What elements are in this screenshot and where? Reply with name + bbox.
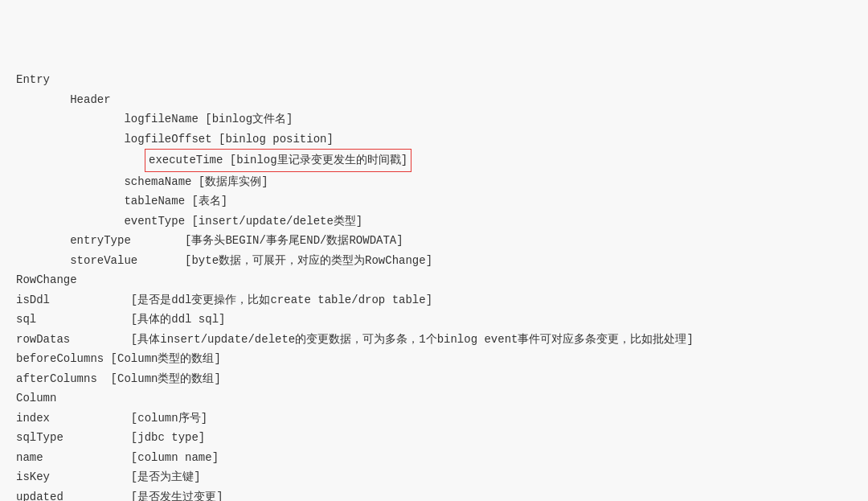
code-line-index: index [column序号] xyxy=(16,409,852,429)
code-line-rowchange: RowChange xyxy=(16,270,852,290)
code-line-sql: sql [具体的ddl sql] xyxy=(16,310,852,330)
code-line-column: Column xyxy=(16,388,852,409)
code-line-iskey: isKey [是否为主键] xyxy=(16,467,852,487)
code-line-header: Header xyxy=(16,90,852,110)
code-line-name: name [column name] xyxy=(16,448,852,468)
code-line-executetime: executeTime [binlog里记录变更发生的时间戳] xyxy=(16,149,852,172)
code-line-rowdatas: rowDatas [具体insert/update/delete的变更数据，可为… xyxy=(16,330,852,350)
code-line-storevalue: storeValue [byte数据，可展开，对应的类型为RowChange] xyxy=(16,251,852,271)
code-line-isddl: isDdl [是否是ddl变更操作，比如create table/drop ta… xyxy=(16,290,852,310)
code-line-eventtype: eventType [insert/update/delete类型] xyxy=(16,211,852,232)
code-line-entrytype: entryType [事务头BEGIN/事务尾END/数据ROWDATA] xyxy=(16,231,852,251)
code-line-tablename: tableName [表名] xyxy=(16,191,852,211)
code-line-logfileoffset: logfileOffset [binlog position] xyxy=(16,129,852,150)
code-line-entry: Entry xyxy=(16,70,852,90)
code-line-aftercolumns: afterColumns [Column类型的数组] xyxy=(16,369,852,389)
code-container: Entry Header logfileName [binlog文件名] log… xyxy=(0,0,868,501)
code-line-schemaname: schemaName [数据库实例] xyxy=(16,172,852,192)
code-line-sqltype: sqlType [jdbc type] xyxy=(16,428,852,448)
highlighted-execute-time: executeTime [binlog里记录变更发生的时间戳] xyxy=(145,149,411,172)
code-line-updated: updated [是否发生过变更] xyxy=(16,487,852,501)
code-line-beforecolumns: beforeColumns [Column类型的数组] xyxy=(16,349,852,369)
code-line-logfilename: logfileName [binlog文件名] xyxy=(16,109,852,129)
